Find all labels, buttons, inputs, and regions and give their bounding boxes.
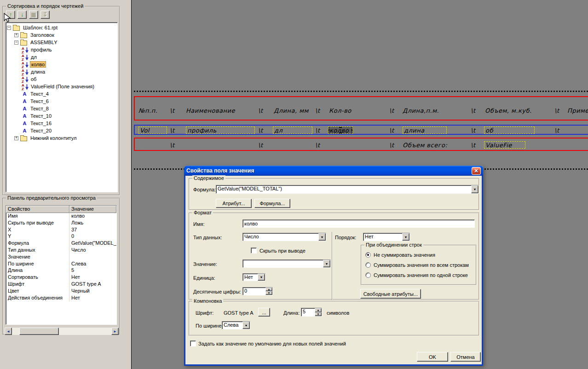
template-cell[interactable]: \t [471, 107, 475, 114]
property-row[interactable]: СортироватьНет [6, 274, 116, 281]
report-header-band[interactable]: №п.п.\tНаименование\tДлина, мм\tКол-во\t… [134, 96, 588, 121]
property-row[interactable]: По ширинеСлева [6, 261, 116, 268]
template-field[interactable]: длина [403, 127, 447, 134]
spinner-down-icon[interactable]: ▼ [315, 312, 322, 317]
template-cell[interactable]: \t [389, 142, 394, 149]
property-row[interactable]: Действия объединенияНет [6, 295, 116, 302]
tree-item[interactable]: AZколво [6, 61, 117, 68]
tree-item-label[interactable]: ASSEMBLY [29, 40, 58, 45]
tree-item-label[interactable]: Текст_4 [29, 91, 50, 97]
scroll-right-button[interactable]: ► [111, 328, 119, 335]
property-row[interactable]: ЦветЧерный [6, 288, 116, 295]
template-cell[interactable]: \t [170, 127, 174, 134]
property-column-header[interactable]: Свойство [6, 206, 69, 213]
template-cell[interactable]: Кол-во [329, 107, 352, 114]
template-field[interactable]: Vol [138, 127, 167, 134]
tree-item-label[interactable]: об [30, 76, 37, 82]
collapse-icon[interactable]: − [14, 40, 18, 45]
selection-handle[interactable] [352, 129, 353, 132]
tree-item[interactable]: AТекст_6 [6, 98, 117, 105]
tree-item-label[interactable]: Текст_10 [29, 113, 52, 119]
tree-item[interactable]: +Заголовок [6, 31, 117, 39]
template-cell[interactable]: Примеча [567, 107, 588, 114]
template-cell[interactable]: \t [315, 142, 320, 149]
selection-handle[interactable] [328, 127, 329, 128]
radio-button-checked[interactable] [365, 252, 371, 258]
template-cell[interactable]: \t [554, 127, 559, 134]
name-input[interactable] [242, 219, 475, 228]
property-row[interactable]: Значение [6, 254, 116, 261]
template-field[interactable]: профиль [186, 127, 255, 134]
tree-item[interactable]: AZValueField (Поле значения) [6, 83, 117, 90]
cancel-button[interactable]: Отмена [450, 352, 481, 362]
hide-on-output-checkbox[interactable] [251, 248, 257, 254]
order-combobox[interactable]: Нет ▼ [363, 233, 410, 241]
expand-icon[interactable]: + [14, 136, 18, 140]
property-row[interactable]: Y0 [6, 233, 116, 240]
length-spinner[interactable]: 5 ▲▼ [301, 308, 322, 317]
template-cell[interactable]: Наименование [186, 107, 235, 114]
selection-handle[interactable] [328, 129, 329, 132]
expand-icon[interactable]: + [14, 33, 18, 37]
tree-item-label[interactable]: колво [30, 61, 46, 68]
tree-item[interactable]: −Шаблон: 61.rpt [6, 24, 117, 31]
chevron-down-icon[interactable]: ▼ [323, 260, 330, 267]
selection-handle[interactable] [339, 133, 342, 134]
tree-item[interactable]: AТекст_4 [6, 90, 117, 98]
property-row[interactable]: ФормулаGetValue("MODEL_TO [6, 240, 116, 247]
move-down-button[interactable]: ↓ [17, 11, 27, 19]
tree-item-label[interactable]: Заголовок [29, 32, 55, 38]
template-cell[interactable]: \t [471, 127, 475, 134]
set-as-default-checkbox[interactable] [190, 340, 196, 346]
template-field[interactable]: дл [273, 127, 312, 134]
formula-button[interactable]: Формула... [254, 199, 290, 208]
ok-button[interactable]: OK [417, 352, 448, 362]
tree-item[interactable]: AZдлина [6, 68, 117, 75]
spinner-up-icon[interactable]: ▲ [265, 288, 272, 291]
property-row[interactable]: Тип данныхЧисло [6, 247, 116, 254]
free-attributes-button[interactable]: Свободные атрибуты... [360, 289, 421, 299]
font-browse-button[interactable]: ... [258, 308, 270, 317]
tree-item-label[interactable]: Текст_6 [29, 98, 50, 104]
tree-item-label[interactable]: дл [30, 54, 38, 60]
template-cell[interactable]: \t [258, 107, 263, 114]
template-cell[interactable]: №п.п. [138, 107, 157, 114]
selection-handle[interactable] [352, 127, 353, 128]
tree-item-label[interactable]: ValueField (Поле значения) [30, 84, 95, 89]
tree-item[interactable]: AТекст_20 [6, 127, 117, 134]
chevron-down-icon[interactable]: ▼ [471, 185, 478, 193]
unit-combobox[interactable]: Нет ▼ [242, 273, 265, 281]
merge-option[interactable]: Суммировать значения по одной строке [365, 272, 468, 278]
property-grid[interactable]: Свойство Значение ИмяколвоСкрыть при выв… [6, 205, 117, 325]
selection-handle[interactable] [339, 127, 342, 128]
tree-item-label[interactable]: длина [30, 69, 46, 75]
template-cell[interactable]: Длина, мм [274, 107, 309, 114]
property-row[interactable]: X37 [6, 227, 116, 234]
template-field-selected[interactable]: колво [328, 127, 353, 134]
template-cell[interactable]: \t [554, 107, 559, 114]
tree-item-label[interactable]: Текст_16 [29, 121, 52, 126]
horizontal-scrollbar[interactable]: ◄ ► [5, 328, 119, 335]
property-row[interactable]: Скрыть при выводеЛожь [6, 220, 116, 227]
tree-item[interactable]: +Нижний колонтитул [6, 134, 117, 142]
align-combobox[interactable]: Слева ▼ [222, 321, 250, 329]
template-field[interactable]: ValueFie [484, 141, 525, 149]
tree-item-label[interactable]: Шаблон: 61.rpt [22, 25, 58, 30]
template-cell[interactable]: \t [315, 107, 320, 114]
decimals-spinner[interactable]: 0 ▲▼ [242, 287, 273, 295]
template-cell[interactable]: \t [389, 107, 394, 114]
tree-item[interactable]: AТекст_8 [6, 105, 117, 112]
template-cell[interactable]: \t [389, 127, 394, 134]
template-cell[interactable]: \t [258, 127, 263, 134]
template-cell[interactable]: Объем, м.куб. [485, 107, 532, 114]
tree-item[interactable]: −ASSEMBLY [6, 39, 117, 46]
attribute-button[interactable]: Атрибут... [216, 199, 252, 208]
spinner-up-icon[interactable]: ▲ [315, 308, 322, 312]
chevron-down-icon[interactable]: ▼ [402, 233, 409, 241]
tree-item[interactable]: AZоб [6, 75, 117, 83]
merge-option[interactable]: Не суммировать значения [365, 252, 435, 258]
template-cell[interactable]: \t [315, 127, 320, 134]
value-column-header[interactable]: Значение [69, 206, 116, 213]
tree-item-label[interactable]: Нижний колонтитул [29, 135, 77, 141]
property-row[interactable]: ШрифтGOST type A [6, 281, 116, 288]
